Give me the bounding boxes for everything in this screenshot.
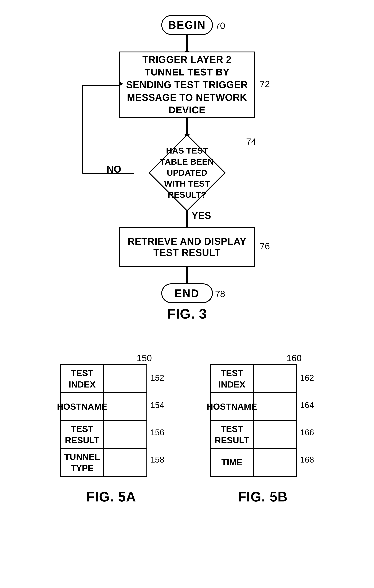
tables-section: 150 TEST INDEX bbox=[0, 349, 374, 505]
fig5b-refs: 162 164 166 168 bbox=[297, 364, 314, 473]
label-78: 78 bbox=[215, 289, 225, 299]
ref-168: 168 bbox=[297, 446, 314, 473]
trigger-box: TRIGGER LAYER 2 TUNNEL TEST BY SENDING T… bbox=[119, 52, 255, 118]
table-row: TEST RESULT bbox=[61, 420, 147, 448]
fig5a-refs: 152 154 156 158 bbox=[147, 364, 164, 473]
cell-label-time-5b: TIME bbox=[211, 449, 253, 476]
table-cell-label: HOSTNAME bbox=[210, 393, 254, 420]
table-cell-value bbox=[104, 448, 147, 476]
fig5a-wrapper: 150 TEST INDEX bbox=[60, 364, 164, 477]
cell-label-test-result-5b: TEST RESULT bbox=[211, 421, 253, 448]
cell-label-test-index-5b: TEST INDEX bbox=[211, 365, 253, 392]
ref-156: 156 bbox=[147, 419, 164, 446]
label-70: 70 bbox=[215, 21, 225, 31]
table-cell-value bbox=[254, 365, 297, 393]
cell-label-hostname-5b: HOSTNAME bbox=[211, 393, 253, 420]
cell-value-time-5b bbox=[254, 449, 296, 476]
retrieve-box: RETRIEVE AND DISPLAY TEST RESULT bbox=[119, 227, 255, 267]
table-cell-label: HOSTNAME bbox=[61, 393, 104, 420]
table-row: TEST INDEX bbox=[210, 365, 297, 393]
trigger-text: TRIGGER LAYER 2 TUNNEL TEST BY SENDING T… bbox=[123, 53, 251, 116]
arrow-begin-to-trigger bbox=[186, 35, 188, 52]
fig5b-table-label: 160 bbox=[286, 353, 301, 363]
cell-label-test-result-5a: TEST RESULT bbox=[61, 421, 103, 448]
table-cell-label: TEST INDEX bbox=[61, 365, 104, 393]
page-container: BEGIN 70 TRIGGER LAYER 2 TUNNEL TEST BY … bbox=[0, 0, 374, 588]
begin-label: BEGIN bbox=[168, 19, 206, 31]
begin-node: BEGIN bbox=[161, 15, 213, 35]
fig5b-wrapper: 160 TEST INDEX bbox=[210, 364, 314, 477]
cell-label-test-index-5a: TEST INDEX bbox=[61, 365, 103, 392]
ref-164: 164 bbox=[297, 391, 314, 419]
fig3-flowchart: BEGIN 70 TRIGGER LAYER 2 TUNNEL TEST BY … bbox=[81, 12, 293, 300]
label-72: 72 bbox=[260, 79, 270, 89]
table-row: TEST INDEX bbox=[61, 365, 147, 393]
diamond-container: HAS TEST TABLE BEEN UPDATED WITH TEST RE… bbox=[134, 135, 240, 211]
table-cell-value bbox=[254, 448, 297, 476]
end-label: END bbox=[174, 287, 199, 299]
fig5a-table: TEST INDEX HOSTNAME bbox=[60, 364, 147, 477]
table-cell-value bbox=[104, 365, 147, 393]
cell-value-test-result-5a bbox=[104, 421, 146, 448]
table-row: TUNNEL TYPE bbox=[61, 448, 147, 476]
cell-label-tunnel-type-5a: TUNNEL TYPE bbox=[61, 449, 103, 476]
ref-162: 162 bbox=[297, 364, 314, 391]
no-arrow-right bbox=[119, 81, 123, 86]
cell-value-tunnel-type-5a bbox=[104, 449, 146, 476]
table-row: HOSTNAME bbox=[210, 393, 297, 420]
fig5b-table: TEST INDEX HOSTNAME bbox=[210, 364, 297, 477]
table-cell-value bbox=[254, 393, 297, 420]
table-row: TIME bbox=[210, 448, 297, 476]
table-cell-value bbox=[254, 420, 297, 448]
arrow-yes bbox=[186, 211, 188, 227]
cell-value-test-index-5a bbox=[104, 365, 146, 392]
table-cell-label: TEST RESULT bbox=[210, 420, 254, 448]
table-cell-value bbox=[104, 393, 147, 420]
tables-row: 150 TEST INDEX bbox=[0, 349, 374, 477]
fig3-section: BEGIN 70 TRIGGER LAYER 2 TUNNEL TEST BY … bbox=[0, 12, 374, 322]
table-cell-value bbox=[104, 420, 147, 448]
fig-captions-row: FIG. 5A FIG. 5B bbox=[58, 489, 316, 505]
cell-value-hostname-5b bbox=[254, 393, 296, 420]
table-row: TEST RESULT bbox=[210, 420, 297, 448]
cell-value-test-index-5b bbox=[254, 365, 296, 392]
table-cell-label: TEST INDEX bbox=[210, 365, 254, 393]
fig5a-container: 150 TEST INDEX bbox=[60, 349, 164, 477]
diamond-text: HAS TEST TABLE BEEN UPDATED WITH TEST RE… bbox=[158, 145, 216, 200]
table-cell-label: TUNNEL TYPE bbox=[61, 448, 104, 476]
fig5a-table-label: 150 bbox=[137, 353, 152, 363]
retrieve-text: RETRIEVE AND DISPLAY TEST RESULT bbox=[123, 236, 251, 258]
ref-154: 154 bbox=[147, 391, 164, 419]
fig3-caption: FIG. 3 bbox=[167, 306, 207, 322]
fig5b-container: 160 TEST INDEX bbox=[210, 349, 314, 477]
ref-152: 152 bbox=[147, 364, 164, 391]
fig5a-caption: FIG. 5A bbox=[58, 489, 164, 505]
ref-166: 166 bbox=[297, 419, 314, 446]
cell-value-test-result-5b bbox=[254, 421, 296, 448]
cell-label-hostname-5a: HOSTNAME bbox=[61, 393, 103, 420]
arrow-retrieve-to-end bbox=[186, 267, 188, 284]
ref-158: 158 bbox=[147, 446, 164, 473]
no-line-vertical bbox=[82, 85, 83, 174]
no-line-horizontal bbox=[83, 173, 134, 174]
fig5b-caption: FIG. 5B bbox=[210, 489, 316, 505]
label-yes: YES bbox=[192, 210, 211, 221]
table-row: HOSTNAME bbox=[61, 393, 147, 420]
label-76: 76 bbox=[260, 241, 270, 252]
table-cell-label: TIME bbox=[210, 448, 254, 476]
label-74: 74 bbox=[246, 136, 256, 147]
table-cell-label: TEST RESULT bbox=[61, 420, 104, 448]
end-node: END bbox=[161, 284, 213, 303]
arrow-trigger-to-diamond bbox=[186, 118, 188, 135]
no-line-horizontal-top bbox=[82, 85, 119, 86]
cell-value-hostname-5a bbox=[104, 393, 146, 420]
